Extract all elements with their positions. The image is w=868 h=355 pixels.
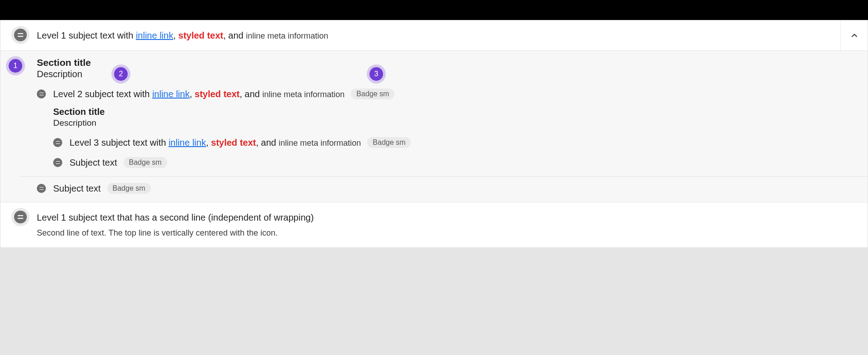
subject-text: Subject text	[70, 158, 117, 168]
text-prefix: Level 1 subject text with	[37, 30, 136, 40]
item-icon	[14, 29, 27, 41]
subject-text: Subject text	[53, 183, 101, 194]
level1-row-expanded[interactable]: Level 1 subject text with inline link, s…	[0, 20, 868, 50]
annotation-marker-2: 2	[114, 67, 128, 81]
annotation-marker-3: 3	[369, 67, 383, 81]
list-icon	[18, 215, 23, 219]
inline-meta: inline meta information	[279, 138, 361, 148]
styled-text: styled text	[178, 30, 223, 40]
item-icon	[53, 138, 62, 147]
level3-row[interactable]: Level 3 subject text with inline link, s…	[53, 133, 854, 153]
level1-subject-multiline: Level 1 subject text that has a second l…	[37, 211, 854, 239]
text-sep: , and	[223, 30, 246, 40]
text-sep: ,	[190, 89, 195, 99]
text-prefix: Level 2 subject text with	[53, 89, 152, 99]
level2-subject: Level 2 subject text with inline link, s…	[53, 89, 344, 99]
black-top-bar	[0, 0, 868, 20]
text-sep: , and	[256, 138, 279, 148]
badge: Badge sm	[107, 183, 151, 194]
page: Level 1 subject text with inline link, s…	[0, 20, 868, 248]
list-icon	[18, 33, 23, 37]
section-block: Section title Description Level 2 subjec…	[14, 57, 854, 173]
text-sep: , and	[239, 89, 262, 99]
badge: Badge sm	[367, 137, 411, 148]
inline-meta: inline meta information	[246, 31, 328, 40]
section-description: Description	[37, 69, 854, 79]
nested-section-block: Section title Description Level 3 subjec…	[37, 107, 854, 173]
inline-meta: inline meta information	[262, 90, 344, 99]
item-icon	[37, 184, 46, 193]
inline-link[interactable]: inline link	[136, 30, 173, 40]
inline-link[interactable]: inline link	[152, 89, 190, 99]
annotation-marker-1: 1	[9, 59, 22, 73]
expanded-panel: 1 2 3 Section title Description Level 2 …	[0, 50, 868, 202]
text-prefix: Level 3 subject text with	[70, 138, 169, 148]
styled-text: styled text	[211, 138, 256, 148]
item-icon	[37, 89, 46, 99]
text-sep: ,	[173, 30, 178, 40]
chevron-up-icon	[850, 31, 859, 40]
list-icon	[40, 187, 44, 190]
level3-subject: Level 3 subject text with inline link, s…	[70, 138, 361, 148]
section-description: Description	[53, 118, 854, 128]
inline-link[interactable]: inline link	[169, 138, 206, 148]
primary-line: Level 1 subject text that has a second l…	[37, 211, 854, 224]
secondary-line: Second line of text. The top line is ver…	[37, 227, 854, 239]
level3-subject-row[interactable]: Subject text Badge sm	[53, 153, 854, 173]
list-icon	[56, 141, 60, 144]
level2-row[interactable]: Level 2 subject text with inline link, s…	[37, 84, 854, 104]
badge: Badge sm	[351, 89, 394, 99]
list-icon	[56, 161, 60, 164]
item-icon	[53, 158, 62, 167]
level2-subject-row[interactable]: Subject text Badge sm	[37, 177, 854, 202]
list-icon	[40, 93, 44, 95]
level1-row-collapsed[interactable]: Level 1 subject text that has a second l…	[0, 202, 868, 247]
badge: Badge sm	[124, 157, 167, 168]
item-icon	[14, 211, 27, 223]
text-sep: ,	[206, 138, 211, 148]
collapse-toggle[interactable]	[840, 20, 868, 50]
section-title: Section title	[53, 107, 854, 117]
section-title: Section title	[37, 57, 854, 68]
level1-subject: Level 1 subject text with inline link, s…	[37, 29, 840, 42]
styled-text: styled text	[195, 89, 239, 99]
expansion-list-card: Level 1 subject text with inline link, s…	[0, 20, 868, 248]
